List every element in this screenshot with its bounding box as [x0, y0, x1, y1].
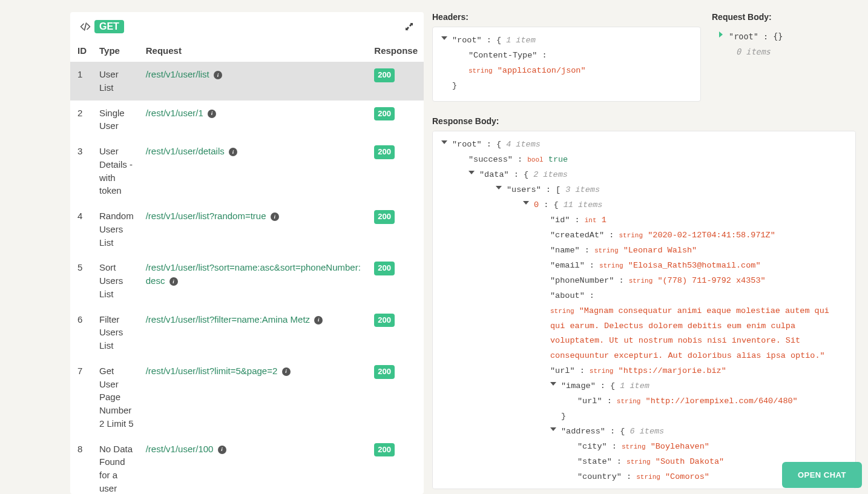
status-badge: 200 [374, 107, 395, 121]
headers-section: Headers: "root" : { 1 item "Content-Type [432, 12, 701, 102]
row-request: /rest/v1/user/details i [140, 139, 369, 203]
toggle-icon[interactable] [523, 201, 529, 205]
row-type: Get User Page Number 2 Limit 5 [93, 358, 140, 436]
status-badge: 200 [374, 443, 395, 457]
row-request: /rest/v1/user/list?filter=name:Amina Met… [140, 307, 369, 358]
row-type: User Details - with token [93, 139, 140, 203]
row-id: 3 [70, 139, 93, 203]
table-row[interactable]: 1User List/rest/v1/user/list i200 [70, 62, 424, 100]
request-url[interactable]: /rest/v1/user/list [146, 69, 209, 79]
row-response: 200 [368, 358, 424, 436]
row-id: 8 [70, 436, 93, 495]
toggle-icon[interactable] [496, 186, 502, 189]
toggle-icon[interactable] [550, 427, 556, 431]
row-id: 6 [70, 307, 93, 358]
row-id: 1 [70, 62, 93, 100]
response-body-label: Response Body: [432, 116, 856, 126]
request-url[interactable]: /rest/v1/user/list?sort=name:asc&sort=ph… [146, 262, 361, 286]
request-url[interactable]: /rest/v1/user/list?random=true [146, 211, 266, 221]
row-type: User List [93, 62, 140, 100]
headers-json: "root" : { 1 item "Content-Type" : strin… [432, 27, 701, 102]
toggle-icon[interactable] [550, 382, 556, 386]
open-chat-button[interactable]: OPEN CHAT [782, 462, 862, 488]
toggle-icon[interactable] [719, 31, 723, 38]
row-response: 200 [368, 139, 424, 203]
request-body-section: Request Body: "root" : {} 0 items [712, 12, 856, 102]
info-icon[interactable]: i [218, 446, 226, 454]
request-url[interactable]: /rest/v1/user/1 [146, 108, 203, 118]
info-icon[interactable]: i [271, 212, 279, 221]
request-url[interactable]: /rest/v1/user/100 [146, 444, 214, 454]
table-row[interactable]: 7Get User Page Number 2 Limit 5/rest/v1/… [70, 358, 424, 436]
row-request: /rest/v1/user/list?limit=5&page=2 i [140, 358, 369, 436]
row-id: 4 [70, 203, 93, 255]
row-request: /rest/v1/user/list i [140, 62, 369, 100]
row-request: /rest/v1/user/100 i [140, 436, 369, 495]
svg-line-0 [85, 23, 87, 30]
status-badge: 200 [374, 210, 395, 224]
col-request: Request [140, 39, 369, 62]
headers-label: Headers: [432, 12, 701, 22]
row-response: 200 [368, 203, 424, 255]
row-id: 7 [70, 358, 93, 436]
info-icon[interactable]: i [229, 148, 237, 156]
method-badge: GET [94, 20, 124, 33]
response-json: "root" : { 4 items "success" : bool true… [432, 131, 856, 489]
row-response: 200 [368, 436, 424, 495]
row-type: Sort Users List [93, 255, 140, 306]
row-request: /rest/v1/user/list?sort=name:asc&sort=ph… [140, 255, 369, 306]
toggle-icon[interactable] [469, 171, 475, 174]
status-badge: 200 [374, 365, 395, 379]
request-url[interactable]: /rest/v1/user/list?limit=5&page=2 [146, 366, 278, 376]
info-icon[interactable]: i [208, 110, 216, 118]
status-badge: 200 [374, 68, 395, 82]
table-row[interactable]: 4Random Users List/rest/v1/user/list?ran… [70, 203, 424, 255]
toggle-icon[interactable] [441, 36, 447, 40]
row-request: /rest/v1/user/1 i [140, 100, 369, 139]
row-id: 5 [70, 255, 93, 306]
row-type: Random Users List [93, 203, 140, 255]
status-badge: 200 [374, 262, 395, 275]
info-icon[interactable]: i [169, 277, 178, 286]
status-badge: 200 [374, 145, 395, 159]
status-badge: 200 [374, 314, 395, 328]
collapse-icon[interactable] [404, 22, 414, 31]
request-body-label: Request Body: [712, 12, 856, 22]
row-type: No Data Found for a user [93, 436, 140, 495]
table-row[interactable]: 3User Details - with token/rest/v1/user/… [70, 139, 424, 203]
row-response: 200 [368, 307, 424, 358]
row-type: Single User [93, 100, 140, 139]
response-body-section: Response Body: "root" : { 4 items "succe… [432, 116, 856, 494]
row-response: 200 [368, 62, 424, 100]
info-icon[interactable]: i [214, 71, 222, 79]
col-type: Type [93, 39, 140, 62]
row-id: 2 [70, 100, 93, 139]
request-url[interactable]: /rest/v1/user/list?filter=name:Amina Met… [146, 314, 310, 324]
info-icon[interactable]: i [282, 367, 291, 376]
request-url[interactable]: /rest/v1/user/details [146, 146, 225, 156]
table-row[interactable]: 8No Data Found for a user/rest/v1/user/1… [70, 436, 424, 495]
code-icon [80, 21, 91, 32]
row-response: 200 [368, 255, 424, 306]
row-type: Filter Users List [93, 307, 140, 358]
request-table: ID Type Request Response 1User List/rest… [70, 39, 424, 494]
col-response: Response [368, 39, 424, 62]
table-row[interactable]: 2Single User/rest/v1/user/1 i200 [70, 100, 424, 139]
col-id: ID [70, 39, 93, 62]
row-request: /rest/v1/user/list?random=true i [140, 203, 369, 255]
request-list-panel: GET ID Type Request Response 1User List/… [70, 12, 424, 494]
info-icon[interactable]: i [314, 316, 323, 324]
toggle-icon[interactable] [441, 140, 447, 144]
row-response: 200 [368, 100, 424, 139]
table-row[interactable]: 5Sort Users List/rest/v1/user/list?sort=… [70, 255, 424, 306]
table-row[interactable]: 6Filter Users List/rest/v1/user/list?fil… [70, 307, 424, 358]
panel-header: GET [70, 12, 424, 39]
